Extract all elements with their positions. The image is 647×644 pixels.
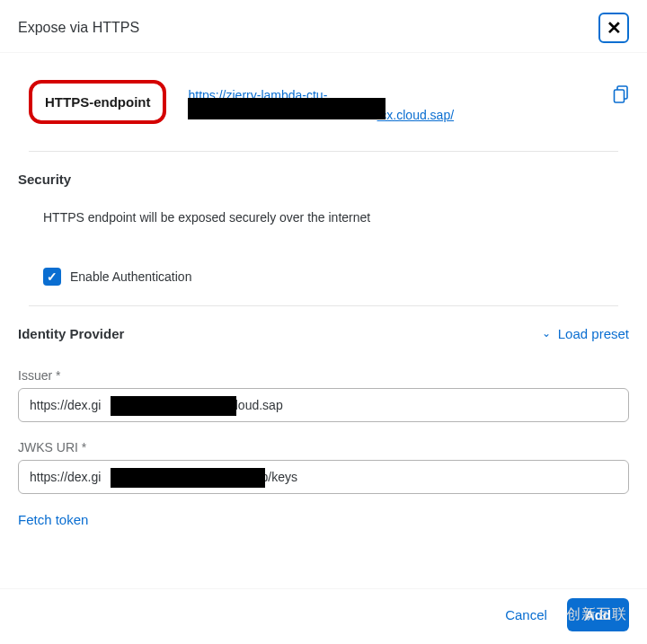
issuer-input[interactable] (18, 388, 629, 422)
dialog-footer: Cancel Add 创新互联 (0, 588, 647, 644)
divider (29, 305, 618, 306)
copy-icon[interactable] (613, 85, 629, 108)
issuer-label: Issuer * (18, 368, 629, 383)
add-button[interactable]: Add (567, 598, 629, 631)
fetch-token-link[interactable]: Fetch token (18, 512, 629, 527)
enable-auth-checkbox[interactable]: ✓ (43, 268, 61, 286)
jwks-label: JWKS URI * (18, 440, 629, 454)
redacted-block (111, 468, 265, 488)
issuer-input-wrap (18, 388, 629, 422)
load-preset-button[interactable]: ⌄ Load preset (542, 326, 629, 341)
identity-provider-heading: Identity Provider (18, 326, 124, 341)
redacted-block (188, 98, 386, 119)
svg-rect-1 (615, 90, 625, 102)
checkmark-icon: ✓ (47, 269, 58, 284)
enable-auth-label: Enable Authentication (70, 269, 191, 284)
identity-provider-row: Identity Provider ⌄ Load preset (18, 326, 629, 341)
cancel-button[interactable]: Cancel (494, 600, 558, 630)
redacted-block (111, 396, 236, 416)
dialog-title: Expose via HTTPS (18, 20, 139, 36)
chevron-down-icon: ⌄ (542, 327, 551, 340)
expose-https-dialog: Expose via HTTPS ✕ HTTPS-endpoint https:… (0, 0, 647, 644)
divider (29, 151, 618, 152)
https-endpoint-row: HTTPS-endpoint https://zjerry-lambda-ctu… (29, 80, 629, 126)
dialog-body[interactable]: HTTPS-endpoint https://zjerry-lambda-ctu… (0, 53, 647, 588)
https-endpoint-label: HTTPS-endpoint (29, 80, 166, 124)
enable-auth-row: ✓ Enable Authentication (43, 268, 629, 286)
close-button[interactable]: ✕ (598, 13, 629, 43)
security-description: HTTPS endpoint will be exposed securely … (43, 210, 629, 225)
jwks-uri-input[interactable] (18, 460, 629, 494)
load-preset-label: Load preset (558, 326, 629, 341)
close-icon: ✕ (607, 17, 622, 39)
security-heading: Security (18, 172, 629, 187)
dialog-header: Expose via HTTPS ✕ (0, 0, 647, 53)
https-endpoint-link[interactable]: https://zjerry-lambda-ctu- xxxxxxxxxxxxx… (188, 80, 591, 126)
jwks-input-wrap (18, 460, 629, 494)
endpoint-url-part2: .cx.cloud.sap/ (377, 108, 454, 122)
